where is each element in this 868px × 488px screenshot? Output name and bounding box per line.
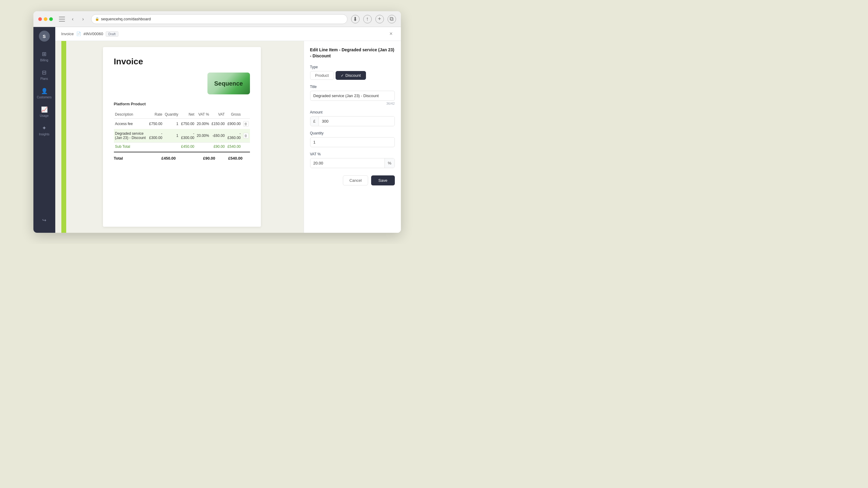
breadcrumb-separator: 📄 bbox=[76, 32, 81, 36]
billing-icon: ⊞ bbox=[42, 51, 46, 57]
sidebar-item-customers[interactable]: 👤 Customers bbox=[35, 85, 54, 102]
browser-chrome: ‹ › 🔒 sequencehq.com/dashboard ⬇ ↑ + ⧉ bbox=[33, 11, 401, 27]
type-field-section: Type Product ✓ Discount bbox=[310, 65, 395, 80]
plans-icon: ⊟ bbox=[42, 69, 46, 76]
status-badge: Draft bbox=[106, 31, 119, 37]
sidebar-item-billing[interactable]: ⊞ Billing bbox=[35, 47, 54, 65]
save-button[interactable]: Save bbox=[371, 175, 395, 186]
app-container: S ⊞ Billing ⊟ Plans 👤 Customers 📈 Usage bbox=[33, 27, 401, 233]
minimize-traffic-light[interactable] bbox=[44, 17, 48, 21]
type-product-button[interactable]: Product bbox=[310, 71, 334, 80]
col-description: Description bbox=[114, 110, 148, 119]
check-icon: ✓ bbox=[341, 73, 344, 78]
percent-suffix: % bbox=[384, 158, 395, 168]
quantity-field-section: Quantity bbox=[310, 131, 395, 147]
invoice-table: Description Rate Quantity Net VAT % VAT … bbox=[114, 110, 250, 151]
breadcrumb: Invoice 📄 #INV00060 Draft bbox=[61, 31, 119, 37]
billing-label: Billing bbox=[40, 59, 48, 62]
customers-icon: 👤 bbox=[41, 88, 48, 94]
currency-prefix: £ bbox=[310, 117, 319, 126]
vat-field-section: VAT % % bbox=[310, 152, 395, 168]
sidebar: S ⊞ Billing ⊟ Plans 👤 Customers 📈 Usage bbox=[33, 27, 55, 233]
new-tab-icon[interactable]: + bbox=[375, 15, 384, 23]
col-quantity: Quantity bbox=[163, 110, 180, 119]
breadcrumb-invoice: Invoice bbox=[61, 32, 74, 36]
row1-gross: £900.00 bbox=[226, 119, 242, 129]
content-area: Invoice Sequence Platform Product Descri… bbox=[55, 41, 401, 233]
sidebar-item-plans[interactable]: ⊟ Plans bbox=[35, 66, 54, 84]
nav-items: ⊞ Billing ⊟ Plans 👤 Customers 📈 Usage ✦ bbox=[35, 47, 54, 215]
row1-quantity: 1 bbox=[163, 119, 180, 129]
row2-delete-button[interactable]: 🗑 bbox=[243, 133, 249, 138]
subtotal-vat: £90.00 bbox=[210, 143, 226, 151]
row1-vat: £150.00 bbox=[210, 119, 226, 129]
title-label: Title bbox=[310, 85, 395, 89]
total-section: Total £450.00 £90.00 £540.00 bbox=[114, 152, 250, 162]
vat-label: VAT % bbox=[310, 152, 395, 156]
sidebar-item-insights[interactable]: ✦ Insights bbox=[35, 122, 54, 139]
invoice-logo-area: Sequence bbox=[114, 72, 250, 94]
usage-icon: 📈 bbox=[41, 106, 48, 113]
amount-label: Amount bbox=[310, 110, 395, 115]
insights-icon: ✦ bbox=[42, 125, 46, 131]
logout-button[interactable]: ↪ bbox=[39, 215, 50, 226]
row2-quantity: 1 bbox=[163, 129, 180, 143]
logo-text: Sequence bbox=[214, 80, 243, 87]
sidebar-toggle-icon[interactable] bbox=[59, 17, 65, 22]
title-input[interactable] bbox=[310, 91, 395, 101]
total-label: Total bbox=[114, 156, 123, 161]
product-label: Product bbox=[315, 73, 329, 78]
total-vat: £90.00 bbox=[194, 156, 215, 161]
table-row: Degraded service (Jan 23) - Discount -£3… bbox=[114, 129, 250, 143]
vat-input[interactable] bbox=[310, 158, 384, 168]
subtotal-gross: £540.00 bbox=[226, 143, 242, 151]
traffic-lights bbox=[38, 17, 53, 21]
total-net: £450.00 bbox=[152, 156, 176, 161]
green-accent-bar bbox=[61, 41, 66, 233]
close-traffic-light[interactable] bbox=[38, 17, 42, 21]
share-icon[interactable]: ↑ bbox=[363, 15, 372, 23]
insights-label: Insights bbox=[39, 133, 49, 136]
row2-gross: -£360.00 bbox=[226, 129, 242, 143]
row2-rate: -£300.00 bbox=[148, 129, 164, 143]
invoice-preview: Invoice Sequence Platform Product Descri… bbox=[55, 41, 304, 233]
char-count: 36/42 bbox=[310, 102, 395, 105]
row1-description: Access fee bbox=[114, 119, 148, 129]
subtotal-row: Sub Total £450.00 £90.00 £540.00 bbox=[114, 143, 250, 151]
maximize-traffic-light[interactable] bbox=[49, 17, 53, 21]
usage-label: Usage bbox=[40, 114, 49, 118]
close-button[interactable]: × bbox=[388, 30, 395, 38]
row2-vat: -£60.00 bbox=[210, 129, 226, 143]
browser-actions: ⬇ ↑ + ⧉ bbox=[351, 15, 396, 23]
table-row: Access fee £750.00 1 £750.00 20.00% £150… bbox=[114, 119, 250, 129]
col-rate: Rate bbox=[148, 110, 164, 119]
invoice-card: Invoice Sequence Platform Product Descri… bbox=[103, 47, 261, 227]
row2-description: Degraded service (Jan 23) - Discount bbox=[114, 129, 148, 143]
invoice-number: #INV00060 bbox=[84, 32, 103, 36]
row1-delete-button[interactable]: 🗑 bbox=[243, 121, 249, 127]
url-bar[interactable]: 🔒 sequencehq.com/dashboard bbox=[91, 14, 347, 24]
sidebar-item-usage[interactable]: 📈 Usage bbox=[35, 103, 54, 121]
row2-vat-pct: 20.00% bbox=[195, 129, 211, 143]
quantity-input[interactable] bbox=[310, 137, 395, 147]
row1-vat-pct: 20.00% bbox=[195, 119, 211, 129]
type-discount-button[interactable]: ✓ Discount bbox=[336, 71, 366, 80]
col-gross: Gross bbox=[226, 110, 242, 119]
download-icon[interactable]: ⬇ bbox=[351, 15, 360, 23]
section-label: Platform Product bbox=[114, 102, 250, 107]
cancel-button[interactable]: Cancel bbox=[343, 175, 368, 186]
row1-rate: £750.00 bbox=[148, 119, 164, 129]
browser-navigation: ‹ › bbox=[69, 15, 88, 23]
forward-button[interactable]: › bbox=[79, 15, 88, 23]
sidebar-bottom: ↪ bbox=[39, 215, 50, 229]
quantity-label: Quantity bbox=[310, 131, 395, 135]
row2-net: -£300.00 bbox=[180, 129, 195, 143]
copy-icon[interactable]: ⧉ bbox=[388, 15, 396, 23]
amount-field-section: Amount £ bbox=[310, 110, 395, 126]
avatar: S bbox=[39, 31, 50, 41]
amount-input[interactable] bbox=[319, 117, 395, 126]
vat-input-wrapper: % bbox=[310, 158, 395, 168]
subtotal-net: £450.00 bbox=[180, 143, 195, 151]
url-text: sequencehq.com/dashboard bbox=[101, 17, 151, 21]
back-button[interactable]: ‹ bbox=[69, 15, 77, 23]
